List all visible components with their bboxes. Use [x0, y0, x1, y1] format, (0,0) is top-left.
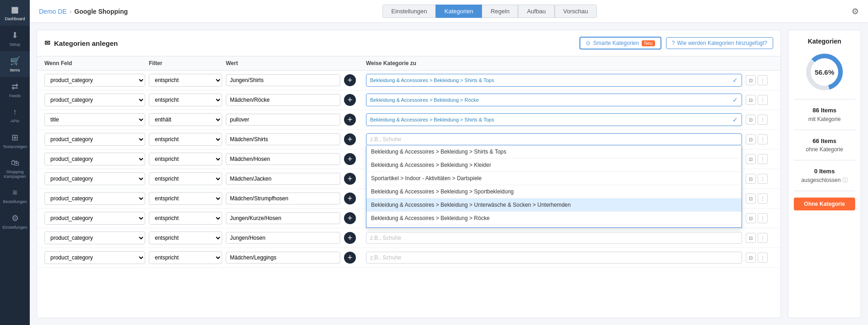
sidebar-item-items[interactable]: 🛒 Items	[0, 51, 30, 77]
value-input[interactable]	[226, 173, 340, 185]
add-row-button[interactable]: +	[344, 153, 356, 165]
dropdown-item[interactable]: Bekleidung & Accessoires > Bekleidung > …	[366, 198, 742, 212]
dropdown-item[interactable]: Bekleidung & Accessoires > Bekleidung > …	[366, 159, 742, 172]
row-copy-button[interactable]: ⊡	[746, 75, 756, 85]
filter-select[interactable]: entspricht	[149, 251, 222, 264]
value-input[interactable]	[226, 114, 340, 126]
dropdown-item[interactable]: Bekleidung & Accessoires > Bekleidung > …	[366, 225, 742, 228]
value-input[interactable]	[226, 74, 340, 86]
field-select[interactable]: product_category	[44, 74, 145, 87]
row-copy-button[interactable]: ⊡	[746, 115, 756, 125]
category-input[interactable]	[366, 133, 742, 145]
row-copy-button[interactable]: ⊡	[746, 134, 756, 144]
row-copy-button[interactable]: ⊡	[746, 233, 756, 243]
right-panel: Kategorien 56.6% 86 Items mit Kategorie …	[788, 30, 861, 318]
category-value[interactable]: Bekleidung & Accessoires > Bekleidung > …	[366, 94, 742, 106]
help-button[interactable]: ? Wie werden Kategorien hinzugefügt?	[666, 37, 773, 49]
filter-select[interactable]: entspricht	[149, 74, 222, 87]
filter-select[interactable]: entspricht	[149, 153, 222, 165]
step-nav: Einstellungen Kategorien Regeln Aufbau V…	[382, 5, 597, 18]
row-drag-handle[interactable]: ⋮	[758, 193, 768, 204]
row-copy-button[interactable]: ⊡	[746, 95, 756, 105]
sidebar-item-textanzeigen[interactable]: ⊞ Textanzeigen	[0, 128, 30, 154]
help-icon: ?	[672, 40, 675, 46]
category-cell	[366, 232, 742, 244]
sidebar-item-einstellungen[interactable]: ⚙ Einstellungen	[0, 209, 30, 234]
sidebar-item-feeds[interactable]: ⇄ Feeds	[0, 77, 30, 103]
step-vorschau[interactable]: Vorschau	[555, 5, 597, 18]
step-aufbau[interactable]: Aufbau	[518, 5, 554, 18]
value-input[interactable]	[226, 133, 340, 145]
value-input[interactable]	[226, 94, 340, 106]
field-select[interactable]: product_category	[44, 94, 145, 106]
value-input[interactable]	[226, 193, 340, 204]
row-drag-handle[interactable]: ⋮	[758, 253, 768, 263]
dropdown-item[interactable]: Bekleidung & Accessoires > Bekleidung > …	[366, 145, 742, 159]
row-copy-button[interactable]: ⊡	[746, 213, 756, 223]
panel-title-icon: ✉	[44, 39, 50, 47]
filter-select[interactable]: entspricht	[149, 94, 222, 106]
category-input[interactable]	[366, 252, 742, 264]
sidebar-item-dashboard[interactable]: ▦ Dashboard	[0, 0, 30, 26]
filter-select[interactable]: entspricht	[149, 133, 222, 146]
field-select[interactable]: product_category	[44, 212, 145, 225]
add-row-button[interactable]: +	[344, 173, 356, 185]
add-row-button[interactable]: +	[344, 193, 356, 204]
field-select[interactable]: product_category	[44, 172, 145, 185]
add-row-button[interactable]: +	[344, 74, 356, 86]
add-row-button[interactable]: +	[344, 252, 356, 264]
filter-select[interactable]: enthält	[149, 113, 222, 126]
step-regeln[interactable]: Regeln	[482, 5, 518, 18]
category-input[interactable]	[366, 232, 742, 244]
row-drag-handle[interactable]: ⋮	[758, 154, 768, 164]
dropdown-item[interactable]: Bekleidung & Accessoires > Bekleidung > …	[366, 212, 742, 225]
step-einstellungen[interactable]: Einstellungen	[382, 5, 436, 18]
breadcrumb-root[interactable]: Demo DE	[39, 8, 67, 15]
add-row-button[interactable]: +	[344, 232, 356, 244]
value-input[interactable]	[226, 252, 340, 264]
row-copy-button[interactable]: ⊡	[746, 193, 756, 204]
sidebar-item-shopping[interactable]: 🛍 Shopping Kampagnen	[0, 154, 30, 183]
value-input[interactable]	[226, 153, 340, 165]
smart-kategorien-button[interactable]: ⊙ Smarte Kategorien Neu	[579, 37, 661, 50]
value-input[interactable]	[226, 212, 340, 224]
add-row-button[interactable]: +	[344, 212, 356, 224]
row-drag-handle[interactable]: ⋮	[758, 134, 768, 144]
filter-select[interactable]: entspricht	[149, 192, 222, 205]
row-drag-handle[interactable]: ⋮	[758, 174, 768, 184]
row-drag-handle[interactable]: ⋮	[758, 233, 768, 243]
field-select[interactable]: product_category	[44, 133, 145, 146]
category-value[interactable]: Bekleidung & Accessoires > Bekleidung > …	[366, 74, 742, 87]
sidebar-item-apis[interactable]: ↑ APIs	[0, 103, 30, 128]
field-select[interactable]: product_category	[44, 251, 145, 264]
field-select[interactable]: product_category	[44, 231, 145, 244]
row-copy-button[interactable]: ⊡	[746, 174, 756, 184]
topbar-right[interactable]: ⚙	[852, 6, 859, 17]
filter-select[interactable]: entspricht	[149, 231, 222, 244]
row-drag-handle[interactable]: ⋮	[758, 75, 768, 85]
row-drag-handle[interactable]: ⋮	[758, 95, 768, 105]
row-drag-handle[interactable]: ⋮	[758, 115, 768, 125]
field-select[interactable]: product_category	[44, 153, 145, 165]
ohne-kategorie-button[interactable]: Ohne Kategorie	[794, 198, 855, 210]
sidebar-item-setup[interactable]: ⬇ Setup	[0, 26, 30, 51]
category-cell: Bekleidung & Accessoires > Bekleidung > …	[366, 94, 742, 106]
dropdown-item[interactable]: Sportartikel > Indoor - Aktivitäten > Da…	[366, 172, 742, 185]
add-row-button[interactable]: +	[344, 94, 356, 106]
divider-2	[794, 130, 855, 130]
row-copy-button[interactable]: ⊡	[746, 253, 756, 263]
sidebar-item-bestellungen[interactable]: ≡ Bestellungen	[0, 183, 30, 209]
row-drag-handle[interactable]: ⋮	[758, 213, 768, 223]
field-select[interactable]: title	[44, 113, 145, 126]
filter-select[interactable]: entspricht	[149, 212, 222, 225]
field-select[interactable]: product_category	[44, 192, 145, 205]
topbar: Demo DE › Google Shopping Einstellungen …	[30, 0, 868, 23]
add-row-button[interactable]: +	[344, 133, 356, 145]
value-input[interactable]	[226, 232, 340, 244]
row-copy-button[interactable]: ⊡	[746, 154, 756, 164]
category-value[interactable]: Bekleidung & Accessoires > Bekleidung > …	[366, 113, 742, 126]
dropdown-item[interactable]: Bekleidung & Accessoires > Bekleidung > …	[366, 185, 742, 198]
add-row-button[interactable]: +	[344, 114, 356, 126]
filter-select[interactable]: entspricht	[149, 172, 222, 185]
step-kategorien[interactable]: Kategorien	[436, 5, 482, 18]
